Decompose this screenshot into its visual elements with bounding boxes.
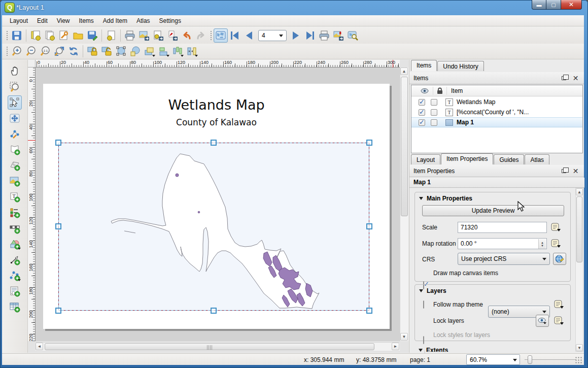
crs-combo[interactable]: Use project CRS (458, 253, 550, 265)
next-feature-button[interactable] (289, 28, 303, 43)
print-atlas-button[interactable] (317, 28, 331, 43)
export-as-image-button[interactable] (137, 28, 151, 43)
maximize-button[interactable]: ▢ (546, 0, 561, 10)
window-resize-grip[interactable] (575, 356, 582, 363)
add-picture-tool[interactable] (8, 174, 22, 188)
scroll-left-arrow[interactable]: ◄ (36, 343, 43, 350)
align-selected-items-button[interactable] (156, 44, 170, 58)
lock-layers-checkbox[interactable] (423, 336, 424, 344)
spin-arrows[interactable]: ▲▼ (538, 239, 546, 249)
layout-page[interactable]: Wetlands Map County of Kalawao (43, 84, 390, 329)
toolbar-grip[interactable] (6, 30, 8, 41)
menu-edit[interactable]: Edit (32, 16, 52, 25)
item-label[interactable]: Map 1 (457, 119, 474, 126)
redo-button[interactable] (194, 28, 208, 43)
tab-guides[interactable]: Guides (494, 154, 524, 164)
properties-scroll-thumb[interactable] (576, 196, 582, 262)
refresh-view-button[interactable] (66, 44, 81, 58)
close-panel-button[interactable]: ✕ (571, 167, 580, 175)
scroll-right-arrow[interactable]: ► (392, 343, 399, 350)
add-label-tool[interactable]: T (8, 190, 22, 204)
lock-checkbox[interactable] (431, 119, 437, 126)
float-panel-button[interactable] (560, 167, 568, 175)
close-panel-button[interactable]: ✕ (571, 74, 580, 82)
vertical-scroll-thumb[interactable] (401, 77, 408, 216)
scroll-up-arrow[interactable]: ▲ (576, 188, 583, 195)
tab-atlas[interactable]: Atlas (525, 154, 549, 164)
menu-add-item[interactable]: Add Item (98, 16, 132, 25)
map-item[interactable] (58, 143, 369, 311)
scroll-up-arrow[interactable]: ▲ (400, 68, 408, 75)
raise-selected-items-button[interactable] (142, 44, 156, 58)
add-arrow-tool[interactable] (8, 253, 22, 267)
add-items-from-template-button[interactable] (104, 28, 118, 43)
close-button[interactable]: ✕ (561, 0, 582, 10)
duplicate-layout-button[interactable] (43, 28, 57, 43)
item-row-wetlands-map[interactable]: T Wetlands Map (411, 97, 582, 107)
map-title-label[interactable]: Wetlands Map (43, 97, 390, 113)
resize-handle-w[interactable] (55, 223, 61, 229)
previous-feature-button[interactable] (242, 28, 256, 43)
add-scalebar-tool[interactable] (8, 221, 22, 236)
menu-items[interactable]: Items (75, 16, 98, 25)
add-legend-tool[interactable] (8, 206, 22, 220)
zoom-level-combo[interactable]: 60.7% (466, 354, 520, 365)
preview-atlas-button[interactable] (214, 28, 228, 43)
ungroup-items-button[interactable] (128, 44, 142, 58)
crs-select-button[interactable] (553, 253, 566, 265)
zoom-full-button[interactable] (52, 44, 66, 58)
layers-heading[interactable]: Layers (419, 287, 446, 294)
layout-view[interactable]: Wetlands Map County of Kalawao (36, 68, 400, 341)
resize-handle-sw[interactable] (55, 308, 61, 314)
atlas-settings-button[interactable] (345, 28, 360, 43)
resize-handle-nw[interactable] (55, 140, 61, 146)
zoom-slider-thumb[interactable] (528, 355, 532, 364)
scale-input[interactable]: 71320 (458, 222, 547, 233)
rotation-override-button[interactable] (550, 238, 562, 249)
unlock-all-items-button[interactable] (99, 44, 114, 58)
scroll-down-arrow[interactable]: ▼ (576, 344, 583, 351)
tab-items[interactable]: Items (411, 60, 437, 71)
add-map-tool[interactable] (8, 143, 22, 157)
layout-manager-button[interactable] (57, 28, 71, 43)
zoom-actual-button[interactable]: 1:1 (38, 44, 52, 58)
toolbar-grip[interactable] (6, 46, 8, 57)
layer-visibility-eye-button[interactable] (536, 315, 549, 327)
zoom-tool[interactable] (8, 80, 22, 94)
visibility-checkbox[interactable] (419, 99, 425, 106)
map-subtitle-label[interactable]: County of Kalawao (43, 117, 390, 127)
save-as-template-button[interactable] (85, 28, 99, 43)
visibility-checkbox[interactable] (419, 119, 425, 126)
last-feature-button[interactable] (303, 28, 317, 43)
resize-handle-ne[interactable] (366, 140, 372, 146)
tab-item-properties[interactable]: Item Properties (441, 153, 493, 164)
export-as-svg-button[interactable] (151, 28, 165, 43)
lock-checkbox[interactable] (431, 99, 437, 106)
item-label[interactable]: [%concat('County of ', "N... (457, 109, 529, 116)
lock-layers-override-button[interactable] (553, 315, 565, 326)
resize-handle-e[interactable] (366, 223, 372, 229)
canvas-vertical-scrollbar[interactable]: ▲ ▼ (400, 68, 408, 341)
resize-handle-se[interactable] (366, 308, 372, 314)
item-row-map-1[interactable]: Map 1 (411, 117, 582, 127)
item-row-county-label[interactable]: T [%concat('County of ', "N... (411, 107, 582, 117)
select-move-item-tool[interactable] (8, 95, 22, 110)
tab-layout[interactable]: Layout (411, 154, 440, 164)
add-attribute-table-tool[interactable] (8, 300, 22, 314)
save-project-button[interactable] (10, 28, 24, 43)
main-properties-heading[interactable]: Main Properties (419, 195, 472, 202)
zoom-in-button[interactable] (10, 44, 24, 58)
canvas-horizontal-scrollbar[interactable]: ◄ ► (36, 342, 400, 351)
pan-layout-tool[interactable] (8, 64, 22, 78)
item-label[interactable]: Wetlands Map (457, 98, 495, 106)
horizontal-scroll-thumb[interactable] (45, 343, 374, 350)
add-node-item-tool[interactable] (8, 269, 22, 283)
lock-selected-items-button[interactable] (85, 44, 99, 58)
print-layout-button[interactable] (123, 28, 137, 43)
new-layout-button[interactable] (28, 28, 43, 43)
float-panel-button[interactable] (560, 74, 568, 82)
group-items-button[interactable] (114, 44, 128, 58)
visibility-checkbox[interactable] (419, 109, 425, 116)
add-3d-map-tool[interactable] (8, 158, 22, 173)
export-atlas-button[interactable] (331, 28, 345, 43)
